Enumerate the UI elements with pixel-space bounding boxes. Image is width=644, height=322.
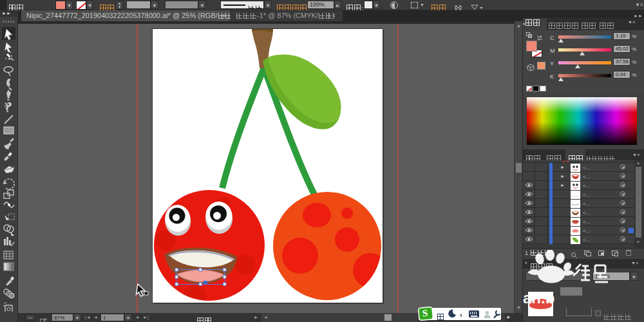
svg-text:T: T: [5, 104, 10, 114]
